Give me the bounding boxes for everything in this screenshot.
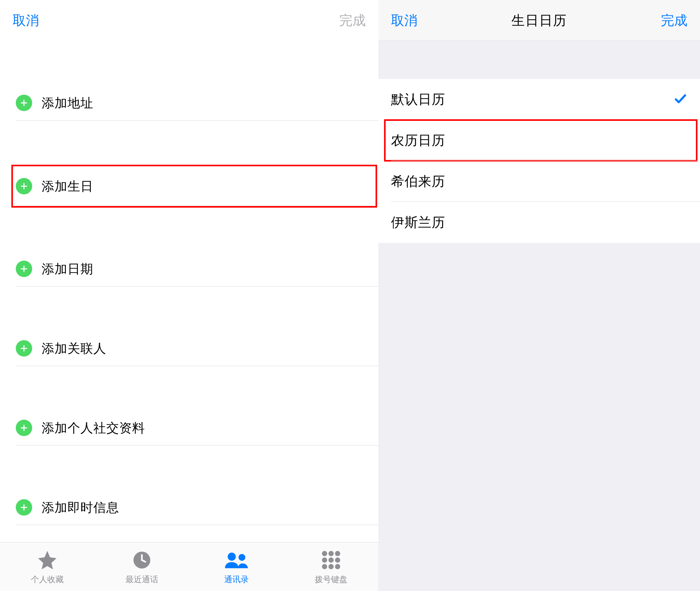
field-label: 添加生日 (42, 178, 93, 195)
tab-favorites[interactable]: 个人收藏 (0, 542, 95, 591)
field-group-date: 添加日期 (0, 251, 378, 286)
contact-edit-screen: 取消 完成 添加地址 添加生日 (0, 0, 378, 591)
plus-icon (16, 340, 32, 356)
navbar: 取消 完成 (0, 0, 378, 41)
plus-icon (16, 178, 32, 194)
field-label: 添加即时信息 (42, 499, 119, 516)
svg-point-3 (322, 551, 327, 556)
star-icon (36, 549, 58, 572)
field-label: 添加日期 (42, 260, 93, 278)
svg-point-10 (328, 564, 334, 569)
svg-point-11 (335, 564, 340, 569)
field-group-instant-message: 添加即时信息 (0, 490, 378, 525)
add-address-row[interactable]: 添加地址 (0, 85, 378, 121)
cancel-button[interactable]: 取消 (391, 12, 417, 29)
plus-icon (16, 261, 32, 277)
add-im-row[interactable]: 添加即时信息 (0, 490, 378, 525)
calendar-list: 默认日历 农历日历 希伯来历 伊斯兰历 (378, 79, 700, 243)
done-button[interactable]: 完成 (661, 12, 687, 29)
calendar-row-hebrew[interactable]: 希伯来历 (378, 161, 700, 202)
birthday-calendar-screen: 取消 生日日历 完成 默认日历 农历日历 希伯来历 伊斯兰历 (378, 0, 700, 591)
section-spacer (378, 41, 700, 79)
field-group-related: 添加关联人 (0, 331, 378, 366)
tab-label: 通讯录 (224, 574, 249, 585)
field-label: 添加关联人 (42, 340, 106, 357)
svg-point-2 (238, 554, 245, 561)
tab-label: 个人收藏 (31, 574, 64, 585)
contacts-icon (223, 549, 250, 572)
tab-keypad[interactable]: 拨号键盘 (284, 542, 378, 591)
calendar-label: 希伯来历 (391, 173, 445, 190)
field-label: 添加地址 (42, 94, 93, 112)
calendar-row-lunar[interactable]: 农历日历 (378, 120, 700, 161)
tab-label: 拨号键盘 (315, 574, 347, 585)
check-icon (674, 92, 687, 107)
tab-recents[interactable]: 最近通话 (95, 542, 189, 591)
navbar: 取消 生日日历 完成 (378, 0, 700, 41)
field-group-birthday: 添加生日 (11, 165, 377, 208)
cancel-button[interactable]: 取消 (13, 12, 39, 29)
svg-point-6 (322, 557, 327, 563)
field-group-address: 添加地址 (0, 85, 378, 121)
keypad-icon (321, 549, 341, 572)
add-birthday-row[interactable]: 添加生日 (13, 166, 376, 206)
svg-point-8 (335, 557, 340, 563)
calendar-label: 默认日历 (391, 90, 445, 108)
tab-label: 最近通话 (126, 574, 158, 585)
tab-bar: 个人收藏 最近通话 通讯录 (0, 542, 378, 591)
done-button[interactable]: 完成 (339, 12, 366, 29)
page-title: 生日日历 (512, 12, 567, 29)
add-related-row[interactable]: 添加关联人 (0, 331, 378, 366)
calendar-row-default[interactable]: 默认日历 (378, 79, 700, 120)
plus-icon (16, 420, 32, 436)
plus-icon (16, 95, 32, 111)
add-social-row[interactable]: 添加个人社交资料 (0, 410, 378, 446)
add-date-row[interactable]: 添加日期 (0, 251, 378, 286)
tab-contacts[interactable]: 通讯录 (189, 542, 284, 591)
clock-icon (132, 549, 152, 572)
plus-icon (16, 499, 32, 516)
calendar-row-islamic[interactable]: 伊斯兰历 (378, 202, 700, 243)
svg-point-4 (328, 551, 334, 556)
calendar-label: 伊斯兰历 (391, 214, 445, 231)
calendar-label: 农历日历 (391, 132, 445, 149)
svg-point-7 (328, 557, 334, 563)
fields-scroll-area[interactable]: 添加地址 添加生日 添加日期 (0, 41, 378, 542)
svg-point-1 (228, 552, 236, 561)
field-label: 添加个人社交资料 (42, 419, 145, 437)
field-group-social: 添加个人社交资料 (0, 410, 378, 446)
svg-point-5 (335, 551, 340, 556)
svg-point-9 (322, 564, 327, 569)
